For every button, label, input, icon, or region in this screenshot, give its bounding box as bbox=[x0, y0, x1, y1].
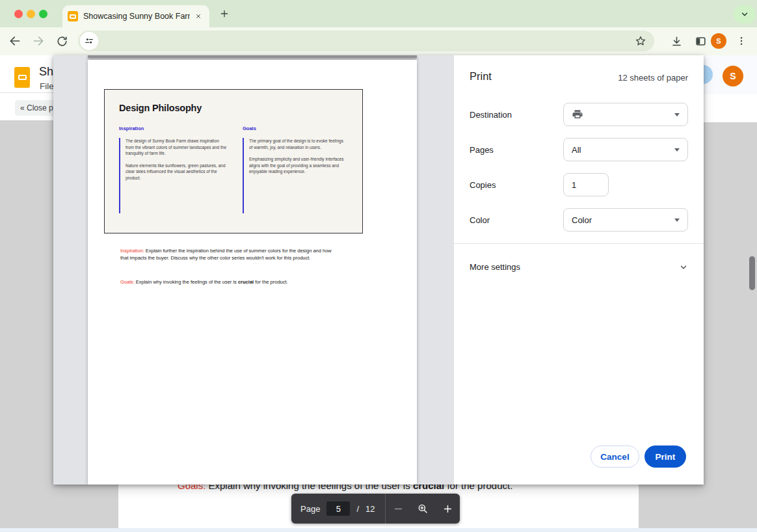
tune-icon bbox=[84, 36, 94, 46]
slides-app-icon bbox=[14, 67, 30, 88]
pages-label: Pages bbox=[470, 145, 494, 155]
pages-select[interactable]: All bbox=[563, 138, 688, 161]
site-settings-button[interactable] bbox=[80, 32, 98, 50]
print-view-background-left bbox=[0, 120, 53, 532]
sheets-count: 12 sheets of paper bbox=[618, 73, 688, 83]
preview-paper: Design Philosophy Inspiration The design… bbox=[88, 60, 417, 485]
tab-search-button[interactable] bbox=[734, 5, 756, 23]
dropdown-arrow-icon bbox=[674, 148, 680, 152]
zoom-in-button[interactable] bbox=[435, 494, 460, 524]
tab-title: Showcasing Sunny Book Farm bbox=[83, 12, 190, 21]
copies-label: Copies bbox=[470, 180, 496, 190]
side-panel-button[interactable] bbox=[693, 33, 708, 49]
zoom-mode-button[interactable] bbox=[410, 494, 435, 524]
chevron-down-icon bbox=[740, 10, 749, 19]
reload-button[interactable] bbox=[54, 33, 70, 49]
slide-paragraph: The design of Sunny Book Farm draws insp… bbox=[126, 138, 228, 157]
page-separator: / bbox=[356, 504, 359, 514]
browser-window: Showcasing Sunny Book Farm bbox=[0, 0, 757, 532]
destination-select[interactable] bbox=[563, 103, 688, 126]
slide-columns: Inspiration The design of Sunny Book Far… bbox=[119, 126, 347, 213]
dialog-title: Print bbox=[470, 70, 492, 83]
zoom-out-button[interactable] bbox=[386, 494, 410, 524]
speaker-notes: Inspiration: Explain further the inspira… bbox=[120, 247, 340, 286]
slide-column-inspiration: Inspiration The design of Sunny Book Far… bbox=[119, 126, 228, 213]
new-tab-button[interactable] bbox=[217, 7, 232, 21]
close-icon bbox=[195, 13, 202, 20]
color-value: Color bbox=[572, 215, 592, 225]
slide-paragraph: Nature elements like sunflowers, green p… bbox=[126, 163, 228, 181]
destination-label: Destination bbox=[470, 110, 512, 120]
page-total: 12 bbox=[365, 504, 375, 514]
plus-icon bbox=[442, 503, 453, 514]
slide-frame: Design Philosophy Inspiration The design… bbox=[104, 89, 363, 233]
chevron-down-icon bbox=[679, 263, 688, 272]
print-button[interactable]: Print bbox=[644, 446, 686, 468]
column-body: The primary goal of the design is to evo… bbox=[243, 138, 347, 213]
plus-icon bbox=[219, 8, 230, 19]
download-icon bbox=[671, 35, 683, 47]
cancel-button[interactable]: Cancel bbox=[591, 446, 639, 468]
traffic-light-minimize-button[interactable] bbox=[27, 10, 35, 18]
column-body: The design of Sunny Book Farm draws insp… bbox=[119, 138, 228, 213]
address-bar[interactable] bbox=[78, 31, 654, 51]
document-title: Sh bbox=[39, 65, 53, 79]
note-label: Goals: bbox=[120, 279, 135, 285]
tab-close-button[interactable] bbox=[193, 10, 204, 22]
slide-column-goals: Goals The primary goal of the design is … bbox=[243, 126, 347, 213]
page-scrollbar-thumb[interactable] bbox=[749, 256, 755, 290]
browser-toolbar: S bbox=[0, 27, 757, 55]
more-settings-label: More settings bbox=[470, 262, 520, 272]
color-label: Color bbox=[470, 215, 490, 225]
star-icon bbox=[635, 35, 646, 47]
forward-icon bbox=[32, 34, 45, 47]
settings-divider bbox=[454, 243, 704, 244]
header-divider bbox=[0, 92, 53, 93]
tab-strip: Showcasing Sunny Book Farm bbox=[0, 0, 757, 27]
file-menu-item[interactable]: File bbox=[40, 81, 54, 91]
pages-value: All bbox=[572, 145, 581, 155]
print-dialog: Design Philosophy Inspiration The design… bbox=[53, 55, 704, 485]
column-heading: Goals bbox=[243, 126, 347, 131]
note-label: Goals: bbox=[178, 485, 206, 491]
slides-favicon-icon bbox=[68, 11, 78, 21]
menu-button[interactable] bbox=[735, 33, 748, 49]
traffic-light-maximize-button[interactable] bbox=[39, 10, 47, 18]
column-heading: Inspiration bbox=[119, 126, 228, 131]
printer-icon bbox=[572, 109, 583, 120]
note-goals: Goals: Explain why invoking the feelings… bbox=[120, 278, 340, 286]
previous-page-edge bbox=[88, 55, 417, 58]
note-label: Inspiration: bbox=[120, 248, 144, 254]
color-select[interactable]: Color bbox=[563, 208, 688, 232]
forward-button[interactable] bbox=[31, 33, 46, 49]
dropdown-arrow-icon bbox=[674, 219, 680, 222]
pdf-page-toolbar: Page / 12 bbox=[291, 494, 460, 524]
back-icon bbox=[8, 34, 21, 47]
minus-icon bbox=[393, 503, 404, 514]
browser-tab[interactable]: Showcasing Sunny Book Farm bbox=[62, 5, 209, 27]
dropdown-arrow-icon bbox=[674, 113, 680, 116]
traffic-light-close-button[interactable] bbox=[14, 10, 23, 18]
print-settings-panel: Print 12 sheets of paper Destination Pag… bbox=[454, 55, 704, 485]
back-button[interactable] bbox=[7, 33, 23, 49]
reload-icon bbox=[56, 35, 68, 47]
horizontal-scrollbar-track[interactable] bbox=[0, 528, 757, 532]
print-preview-pane[interactable]: Design Philosophy Inspiration The design… bbox=[53, 55, 454, 485]
note-inspiration: Inspiration: Explain further the inspira… bbox=[120, 247, 340, 261]
slide-title: Design Philosophy bbox=[119, 103, 202, 113]
slide-paragraph: The primary goal of the design is to evo… bbox=[249, 138, 347, 150]
download-button[interactable] bbox=[669, 33, 684, 49]
page-profile-avatar[interactable]: S bbox=[723, 66, 743, 86]
page-number-input[interactable] bbox=[326, 501, 350, 516]
kebab-icon bbox=[736, 36, 747, 46]
bookmark-button[interactable] bbox=[633, 33, 648, 49]
profile-avatar[interactable]: S bbox=[711, 33, 726, 49]
slide-paragraph: Emphasizing simplicity and user-friendly… bbox=[249, 156, 347, 175]
side-panel-icon bbox=[695, 35, 707, 47]
zoom-in-magnifier-icon bbox=[417, 503, 429, 514]
toolbar-fragment-right bbox=[704, 94, 757, 122]
more-settings-button[interactable]: More settings bbox=[454, 256, 704, 279]
page-label: Page bbox=[300, 504, 320, 514]
print-view-background-right bbox=[704, 122, 757, 532]
copies-input[interactable] bbox=[563, 173, 609, 196]
